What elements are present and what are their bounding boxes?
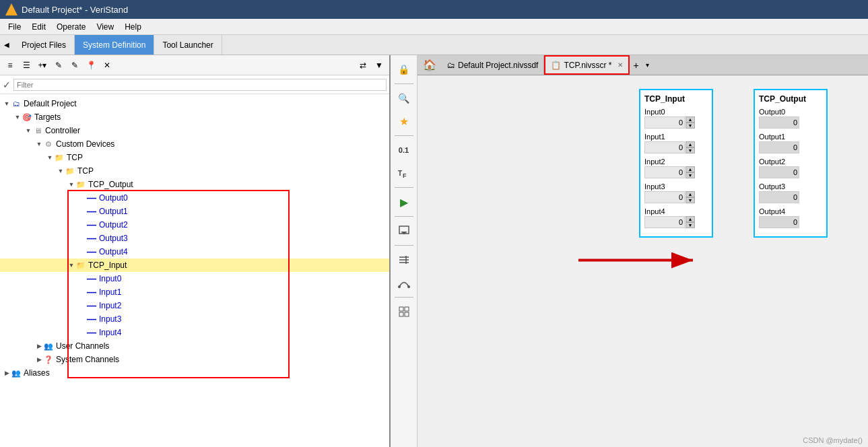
tcp-spin-down-3[interactable]: ▼ (686, 197, 695, 203)
tree-node-controller[interactable]: ▼ 🖥 Controller (0, 124, 389, 137)
ct-tf-btn[interactable]: TF (394, 163, 414, 183)
tree-node-input4[interactable]: ▶ — Input4 (0, 326, 389, 339)
tab-tool-launcher[interactable]: Tool Launcher (154, 35, 222, 55)
tree-arrow-custom-devices[interactable]: ▼ (35, 140, 43, 148)
ct-bookmark-btn[interactable]: ★ (394, 111, 414, 131)
toolbar-transfer[interactable]: ⇄ (356, 58, 370, 73)
tcp-spin-up-3[interactable]: ▲ (686, 191, 695, 197)
tree-node-targets[interactable]: ▼ 🎯 Targets (0, 110, 389, 124)
tcp-spin-up-0[interactable]: ▲ (686, 116, 695, 123)
tree-node-aliases[interactable]: ▶ 👥 Aliases (0, 366, 389, 380)
doc-tab-add[interactable]: + (630, 55, 643, 75)
tree-node-tcpinput[interactable]: ▼ 📁 TCP_Input (0, 259, 389, 272)
tcp-spin-down-0[interactable]: ▼ (686, 123, 695, 129)
tree-arrow-tcpinput[interactable]: ▼ (67, 261, 75, 269)
tree-node-tcpoutput[interactable]: ▼ 📁 TCP_Output (0, 178, 389, 191)
doc-tabs: 🏠 🗂 Default Project.nivssdf 📋 TCP.nivssc… (418, 55, 868, 75)
filter-check[interactable]: ✓ (3, 79, 11, 90)
tree-node-user-channels[interactable]: ▶ 👥 User Channels (0, 339, 389, 353)
tree-node-output1[interactable]: ▶ — Output1 (0, 205, 389, 218)
tree-icon-system-channels: ❓ (43, 354, 54, 365)
tab-project-files[interactable]: Project Files (13, 35, 75, 55)
tcp-input-field-0[interactable] (644, 116, 685, 129)
tree-node-output2[interactable]: ▶ — Output2 (0, 218, 389, 232)
menu-operate[interactable]: Operate (51, 21, 91, 33)
ct-decimal-btn[interactable]: 0.1 (394, 140, 414, 160)
doc-tab-tcp-label: TCP.nivsscr * (564, 61, 611, 70)
menu-edit[interactable]: Edit (26, 21, 51, 33)
tree-node-tcp1[interactable]: ▼ 📁 TCP (0, 151, 389, 164)
tree-node-tcp2[interactable]: ▼ 📁 TCP (0, 164, 389, 178)
tree-container[interactable]: ▼ 🗂 Default Project ▼ 🎯 Targets ▼ 🖥 Cont… (0, 94, 389, 447)
menu-help[interactable]: Help (119, 21, 147, 33)
toolbar-delete[interactable]: ✕ (100, 58, 114, 73)
toolbar-edit2[interactable]: ✎ (67, 58, 82, 73)
filter-input[interactable] (13, 79, 387, 91)
toolbar-tree-view[interactable]: ☰ (19, 58, 34, 73)
toolbar: ≡ ☰ +▾ ✎ ✎ 📍 ✕ ⇄ ▼ (0, 55, 389, 75)
svg-rect-12 (399, 312, 403, 316)
tcp-spin-down-4[interactable]: ▼ (686, 222, 695, 228)
tcp-output-field-0 (759, 116, 799, 129)
toolbar-edit1[interactable]: ✎ (51, 58, 66, 73)
tcp-spin-down-1[interactable]: ▼ (686, 147, 695, 153)
ct-lock-btn[interactable]: 🔒 (394, 59, 414, 79)
tree-arrow-user-channels[interactable]: ▶ (35, 342, 43, 350)
toolbar-pin[interactable]: 📍 (84, 58, 98, 73)
tree-icon-input1: — (86, 287, 97, 298)
tree-node-system-channels[interactable]: ▶ ❓ System Channels (0, 353, 389, 366)
tree-node-input0[interactable]: ▶ — Input0 (0, 272, 389, 285)
ct-align-btn[interactable] (394, 250, 414, 270)
tree-node-output0[interactable]: ▶ — Output0 (0, 191, 389, 205)
ct-curve-btn[interactable] (394, 273, 414, 293)
tree-label-output0: Output0 (99, 193, 128, 203)
tab-system-definition[interactable]: System Definition (75, 35, 154, 55)
tcp-spin-up-1[interactable]: ▲ (686, 141, 695, 147)
tree-arrow-system-channels[interactable]: ▶ (35, 355, 43, 364)
toolbar-filter-down[interactable]: ▼ (372, 58, 387, 73)
tcp-input-field-3[interactable] (644, 191, 685, 203)
toolbar-list-view[interactable]: ≡ (3, 58, 18, 73)
tree-node-output4[interactable]: ▶ — Output4 (0, 245, 389, 259)
tree-node-project[interactable]: ▼ 🗂 Default Project (0, 97, 389, 110)
menu-file[interactable]: File (3, 21, 26, 33)
tcp-input-field-2[interactable] (644, 166, 685, 178)
tree-label-custom-devices: Custom Devices (56, 139, 114, 149)
ct-sep6 (395, 297, 413, 298)
tree-icon-tcpoutput: 📁 (75, 179, 86, 190)
tcp-input-field-4[interactable] (644, 216, 685, 228)
tree-node-custom-devices[interactable]: ▼ ⚙ Custom Devices (0, 137, 389, 151)
doc-tab-tcp[interactable]: 📋 TCP.nivsscr * ✕ (544, 55, 629, 75)
tcp-input-field-1[interactable] (644, 141, 685, 153)
tree-arrow-targets[interactable]: ▼ (13, 113, 22, 121)
ct-search-btn[interactable]: 🔍 (394, 88, 414, 108)
tree-node-output3[interactable]: ▶ — Output3 (0, 232, 389, 245)
tree-arrow-project[interactable]: ▼ (3, 100, 11, 108)
doc-tab-close-tcp[interactable]: ✕ (617, 61, 623, 69)
ct-play-btn[interactable]: ▶ (394, 192, 414, 212)
menu-view[interactable]: View (91, 21, 119, 33)
tree-node-input1[interactable]: ▶ — Input1 (0, 285, 389, 299)
tree-node-input3[interactable]: ▶ — Input3 (0, 312, 389, 326)
tab-nav-left[interactable]: ◀ (0, 35, 13, 55)
tree-arrow-aliases[interactable]: ▶ (3, 369, 11, 377)
toolbar-add[interactable]: +▾ (35, 58, 50, 73)
tree-arrow-tcp2[interactable]: ▼ (57, 167, 65, 175)
ct-dropdown-btn[interactable] (394, 221, 414, 241)
tree-node-input2[interactable]: ▶ — Input2 (0, 299, 389, 312)
home-tab-btn[interactable]: 🏠 (418, 55, 442, 75)
tcp-spin-up-4[interactable]: ▲ (686, 216, 695, 222)
doc-tab-project[interactable]: 🗂 Default Project.nivssdf (442, 55, 544, 75)
tree-label-output3: Output3 (99, 234, 128, 243)
tcp-spin-down-2[interactable]: ▼ (686, 172, 695, 178)
tree-icon-input2: — (86, 300, 97, 311)
ct-sep1 (395, 83, 413, 84)
center-toolbar: 🔒 🔍 ★ 0.1 TF ▶ (391, 55, 418, 447)
tree-arrow-tcpoutput[interactable]: ▼ (67, 180, 75, 188)
tree-arrow-tcp1[interactable]: ▼ (46, 153, 54, 162)
ct-grid-btn[interactable] (394, 302, 414, 322)
tcp-output-title: TCP_Output (759, 94, 822, 104)
tree-arrow-controller[interactable]: ▼ (24, 127, 32, 135)
doc-tab-nav[interactable]: ▾ (643, 55, 652, 75)
tcp-spin-up-2[interactable]: ▲ (686, 166, 695, 172)
